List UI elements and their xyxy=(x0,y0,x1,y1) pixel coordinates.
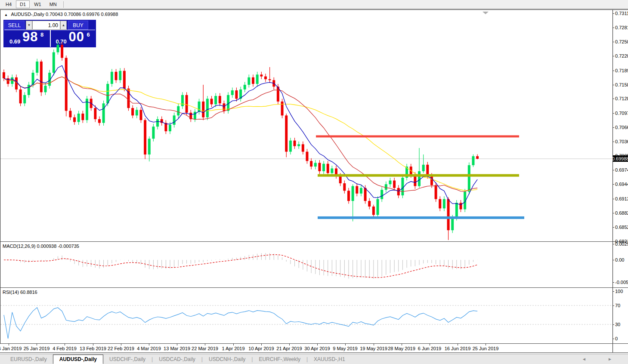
rsi-tick-mark xyxy=(613,305,614,306)
date-tick-label: 4 Feb 2019 xyxy=(53,346,77,351)
toolbar-separator xyxy=(63,1,64,8)
date-tick-label: 13 Feb 2019 xyxy=(80,346,106,351)
resistance-line[interactable] xyxy=(316,135,519,137)
date-tick-label: 1 Apr 2019 xyxy=(222,346,244,351)
date-tick-label: 30 Apr 2019 xyxy=(304,346,330,351)
date-tick-mark xyxy=(486,344,486,345)
date-tick-mark xyxy=(430,344,430,345)
date-tick-label: 16 Jan 2019 xyxy=(0,346,22,351)
date-tick-mark xyxy=(177,344,177,345)
date-tick-label: 19 May 2019 xyxy=(360,346,387,351)
tab-scroll-left-icon[interactable]: ◄ xyxy=(582,357,586,361)
date-tick-mark xyxy=(345,344,346,345)
date-tick-label: 21 Apr 2019 xyxy=(276,346,302,351)
date-tick-mark xyxy=(261,344,262,345)
rsi-tick-mark xyxy=(613,324,614,325)
date-tick-label: 22 Mar 2019 xyxy=(192,346,218,351)
chart-tab-bar: EURUSD-,DailyAUDUSD-,DailyUSDCHF-,Daily|… xyxy=(0,354,628,364)
date-tick-mark xyxy=(289,344,290,345)
chart-tab-eurchf[interactable]: EURCHF-,Weekly xyxy=(253,355,306,364)
window-bottom-edge xyxy=(0,352,628,353)
chart-tab-audusd[interactable]: AUDUSD-,Daily xyxy=(53,355,103,364)
autoscroll-marker-icon[interactable] xyxy=(483,12,489,14)
date-tick-label: 25 Jun 2019 xyxy=(473,346,499,351)
date-tick-mark xyxy=(93,344,93,345)
date-tick-mark xyxy=(121,344,121,345)
macd-label: MACD(12,26,9) 0.000938 -0.000735 xyxy=(3,244,79,249)
main-price-chart[interactable] xyxy=(0,10,613,241)
date-tick-mark xyxy=(37,344,37,345)
chart-frame-top xyxy=(0,9,628,10)
timeframe-button-mn[interactable]: MN xyxy=(46,0,61,8)
rsi-line xyxy=(4,308,477,339)
date-tick-mark xyxy=(149,344,149,345)
date-tick-mark xyxy=(9,344,9,345)
support-line[interactable] xyxy=(318,216,524,219)
date-tick-label: 28 May 2019 xyxy=(388,346,415,351)
date-tick-label: 10 Apr 2019 xyxy=(248,346,274,351)
date-tick-mark xyxy=(458,344,458,345)
trading-terminal-window: { "toolbar": { "timeframes": [ {"label":… xyxy=(0,0,628,364)
rsi-tick-label: 70 xyxy=(615,303,620,308)
tab-scroll-right-icon[interactable]: ► xyxy=(608,357,612,361)
date-axis: 16 Jan 2019 25 Jan 2019 4 Feb 2019 13 Fe… xyxy=(0,344,613,352)
current-price-badge: 0.69988 xyxy=(613,155,628,162)
chart-tab-xauusd[interactable]: XAUUSD-,H1 xyxy=(308,355,351,364)
timeframe-button-h4[interactable]: H4 xyxy=(2,0,15,8)
date-tick-label: 13 Mar 2019 xyxy=(164,346,190,351)
chart-tab-usdchf[interactable]: USDCHF-,Daily xyxy=(103,355,152,364)
date-tick-mark xyxy=(233,344,234,345)
timeframe-button-w1[interactable]: W1 xyxy=(30,0,45,8)
date-tick-label: 16 Jun 2019 xyxy=(445,346,471,351)
rsi-tick-label: 0 xyxy=(615,336,618,341)
date-tick-label: 4 Mar 2019 xyxy=(137,346,161,351)
rsi-tick-label: 30 xyxy=(615,322,620,327)
chart-tab-usdcnh[interactable]: USDCNH-,Daily xyxy=(203,355,251,364)
date-tick-mark xyxy=(65,344,65,345)
rsi-tick-mark xyxy=(613,291,614,292)
date-tick-mark xyxy=(402,344,402,345)
macd-pane-separator xyxy=(0,241,628,242)
date-tick-mark xyxy=(317,344,318,345)
chart-tab-eurusd[interactable]: EURUSD-,Daily xyxy=(4,355,53,364)
date-tick-label: 6 Jun 2019 xyxy=(418,346,441,351)
rsi-tick-label: 100 xyxy=(615,289,623,294)
rsi-axis: 100 70 30 0 xyxy=(613,0,628,344)
rsi-indicator-pane[interactable] xyxy=(0,288,613,343)
date-tick-mark xyxy=(205,344,205,345)
ma-fast-line xyxy=(4,65,477,205)
macd-indicator-pane[interactable] xyxy=(0,242,613,287)
rsi-label: RSI(14) 60.8816 xyxy=(3,290,37,295)
rsi-tick-mark xyxy=(613,339,614,339)
date-tick-label: 25 Jan 2019 xyxy=(24,346,50,351)
pivot-line[interactable] xyxy=(318,174,519,177)
date-tick-label: 9 May 2019 xyxy=(333,346,357,351)
date-tick-mark xyxy=(374,344,374,345)
date-tick-label: 22 Feb 2019 xyxy=(108,346,134,351)
timeframe-toolbar: H4D1W1MN xyxy=(0,0,628,9)
chart-tab-usdcad[interactable]: USDCAD-,Daily xyxy=(153,355,201,364)
timeframe-button-d1[interactable]: D1 xyxy=(16,0,30,8)
